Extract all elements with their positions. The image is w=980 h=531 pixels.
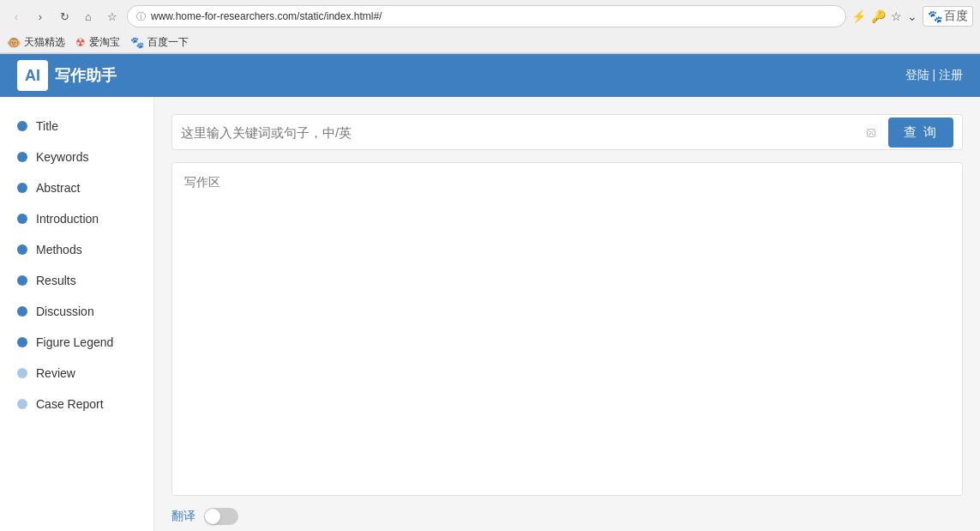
bookmarks-bar: 🐵 天猫精选 ☢ 爱淘宝 🐾 百度一下 [0,33,980,53]
sidebar-label-figure-legend: Figure Legend [36,335,113,349]
sidebar-item-abstract[interactable]: Abstract [0,172,153,203]
taobao-label: 爱淘宝 [89,35,120,50]
app-name: 写作助手 [55,65,117,86]
dot-introduction [17,214,27,224]
tianmao-label: 天猫精选 [24,35,65,50]
sidebar-label-title: Title [36,119,58,133]
bookmark-button[interactable]: ☆ [103,7,122,26]
sidebar-item-discussion[interactable]: Discussion [0,296,153,327]
sidebar-item-figure-legend[interactable]: Figure Legend [0,327,153,358]
baidu-bookmark-icon: 🐾 [130,36,144,49]
taobao-icon: ☢ [75,36,86,49]
logo-icon: AI [17,60,48,91]
sidebar-label-keywords: Keywords [36,150,88,164]
sidebar-label-introduction: Introduction [36,212,99,226]
translation-toggle[interactable] [204,508,238,525]
header-actions: 登陆 | 注册 [905,68,963,83]
sidebar-label-methods: Methods [36,243,82,256]
refresh-button[interactable]: ↻ [55,7,74,26]
sidebar: Title Keywords Abstract Introduction Met… [0,97,154,531]
browser-toolbar: ‹ › ↻ ⌂ ☆ ⓘ www.home-for-researchers.com… [0,0,980,33]
dot-title [17,121,27,131]
baidu-label: 百度 [944,9,968,24]
home-button[interactable]: ⌂ [79,7,98,26]
baidu-button[interactable]: 🐾 百度 [923,6,973,27]
sidebar-label-review: Review [36,366,75,380]
dot-abstract [17,183,27,193]
separator: | [932,68,935,81]
main-content: ⦻ 查 询 翻译 [154,97,980,531]
browser-chrome: ‹ › ↻ ⌂ ☆ ⓘ www.home-for-researchers.com… [0,0,980,54]
dot-figure-legend [17,337,27,347]
translation-label: 翻译 [171,509,195,524]
bookmark-tianmao[interactable]: 🐵 天猫精选 [7,35,65,50]
writing-area[interactable] [171,162,963,496]
sidebar-label-discussion: Discussion [36,305,94,318]
key-icon[interactable]: 🔑 [871,9,886,23]
baidu-bookmark-label: 百度一下 [147,35,189,50]
sidebar-item-case-report[interactable]: Case Report [0,389,153,419]
app-header: AI 写作助手 登陆 | 注册 [0,54,980,97]
address-text: www.home-for-researchers.com/static/inde… [151,10,837,22]
sidebar-label-results: Results [36,274,76,287]
search-bar: ⦻ 查 询 [171,114,963,150]
sidebar-item-review[interactable]: Review [0,358,153,389]
bookmark-baidu[interactable]: 🐾 百度一下 [130,35,189,50]
address-bar[interactable]: ⓘ www.home-for-researchers.com/static/in… [127,5,846,27]
star-icon[interactable]: ☆ [891,9,902,23]
query-button[interactable]: 查 询 [888,118,953,148]
app-logo: AI 写作助手 [17,60,117,91]
login-link[interactable]: 登陆 [905,68,929,81]
clear-button[interactable]: ⦻ [863,123,881,142]
translation-row: 翻译 [171,508,963,525]
sidebar-label-case-report: Case Report [36,397,104,411]
dot-methods [17,244,27,255]
dot-keywords [17,152,27,162]
baidu-paw-icon: 🐾 [928,9,942,23]
forward-button[interactable]: › [31,7,50,26]
app-body: Title Keywords Abstract Introduction Met… [0,97,980,531]
sidebar-label-abstract: Abstract [36,181,80,195]
search-input[interactable] [181,125,863,140]
sidebar-item-results[interactable]: Results [0,265,153,296]
dot-review [17,368,27,378]
sidebar-item-keywords[interactable]: Keywords [0,142,153,172]
sidebar-item-methods[interactable]: Methods [0,234,153,265]
dot-results [17,275,27,286]
tianmao-icon: 🐵 [7,36,21,49]
lightning-icon[interactable]: ⚡ [851,9,866,23]
dot-discussion [17,306,27,317]
sidebar-item-introduction[interactable]: Introduction [0,203,153,234]
back-button[interactable]: ‹ [7,7,26,26]
sidebar-item-title[interactable]: Title [0,111,153,142]
bookmark-taobao[interactable]: ☢ 爱淘宝 [75,35,120,50]
browser-right-icons: ⚡ 🔑 ☆ ⌄ 🐾 百度 [851,6,973,27]
dot-case-report [17,399,27,409]
register-link[interactable]: 注册 [939,68,963,81]
chevron-icon[interactable]: ⌄ [907,9,917,23]
lock-icon: ⓘ [136,10,146,23]
